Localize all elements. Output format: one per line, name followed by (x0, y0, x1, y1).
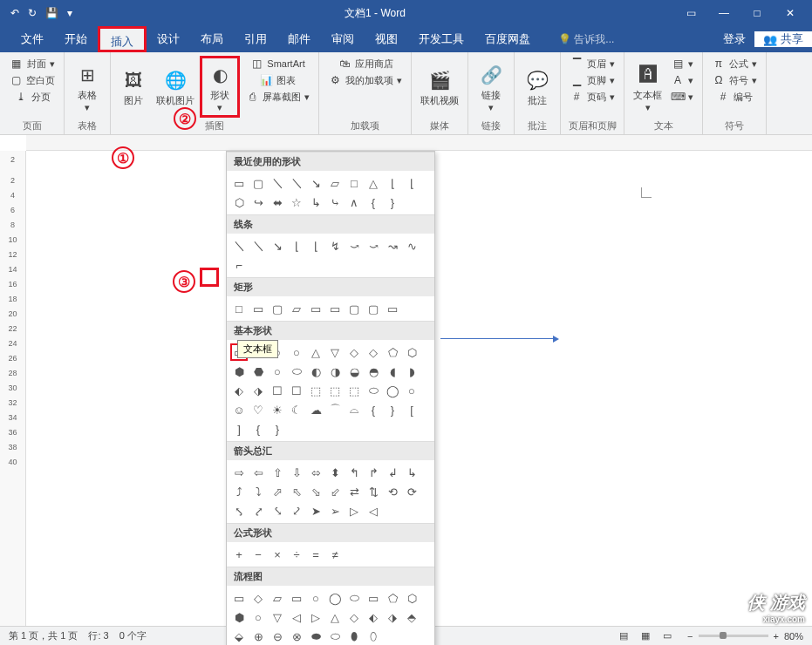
shape-item[interactable]: ⬗ (249, 382, 267, 399)
shape-item[interactable]: ▱ (326, 174, 344, 192)
shape-item[interactable]: ＼ (230, 237, 248, 255)
shape-item[interactable]: ▽ (269, 608, 286, 626)
text-misc-1[interactable]: ▤▾ (667, 56, 697, 71)
shape-item[interactable]: ▷ (307, 608, 324, 626)
shape-item[interactable]: ＼ (288, 174, 305, 192)
shape-item[interactable]: ⬃ (326, 483, 344, 500)
shape-item[interactable]: { (249, 420, 267, 438)
tab-baidu[interactable]: 百度网盘 (474, 26, 541, 52)
tab-review[interactable]: 审阅 (321, 26, 365, 52)
tab-mailings[interactable]: 邮件 (277, 26, 321, 52)
shape-item[interactable]: ◑ (326, 363, 344, 380)
shape-item[interactable]: ☁ (307, 401, 324, 418)
shape-item[interactable]: ＼ (249, 237, 267, 255)
shape-item[interactable]: ≠ (326, 546, 344, 563)
tab-layout[interactable]: 布局 (190, 26, 234, 52)
shape-item[interactable]: ○ (269, 363, 286, 380)
smartart-button[interactable]: ◫SmartArt (242, 56, 313, 71)
shape-item[interactable]: ▢ (269, 300, 286, 317)
status-line[interactable]: 行: 3 (88, 629, 108, 642)
symbol-button[interactable]: Ω符号▾ (708, 72, 761, 88)
shape-item[interactable]: ◒ (345, 363, 363, 380)
shape-item[interactable]: ⬡ (230, 194, 248, 211)
shape-item[interactable]: ⬘ (403, 608, 420, 626)
shape-item[interactable]: ⬂ (307, 483, 324, 500)
shape-item[interactable]: ⌒ (326, 401, 344, 418)
shape-item[interactable]: ⬀ (269, 483, 286, 500)
login-button[interactable]: 登录 (714, 31, 754, 47)
shape-item[interactable]: ⌊ (307, 237, 324, 255)
shape-item[interactable]: ⤴ (230, 483, 248, 500)
shape-item[interactable]: ◇ (345, 608, 363, 626)
shape-item[interactable]: ⬮ (345, 628, 363, 645)
shape-item[interactable]: ⬚ (307, 382, 324, 399)
shape-item[interactable]: ⬭ (365, 382, 382, 399)
shapes-button[interactable]: ◐形状▾ (200, 56, 240, 118)
shape-item[interactable]: ⊕ (249, 628, 267, 645)
shape-item[interactable]: ▭ (288, 589, 305, 607)
share-button[interactable]: 👥共享 (754, 31, 812, 47)
shape-item[interactable]: ⊖ (269, 628, 286, 645)
my-addins-button[interactable]: ⚙我的加载项▾ (324, 72, 406, 88)
shape-item[interactable]: ○ (249, 608, 267, 626)
shape-item[interactable]: ⌊ (403, 174, 420, 192)
shape-item[interactable]: ⬠ (384, 589, 401, 607)
shape-item[interactable]: ⬠ (384, 343, 401, 361)
shape-item[interactable]: ⟳ (403, 483, 420, 500)
shape-item[interactable]: ☐ (269, 382, 286, 399)
status-page[interactable]: 第 1 页，共 1 页 (9, 629, 78, 642)
view-print-icon[interactable]: ▦ (636, 630, 655, 641)
ribbon-options-button[interactable]: ▭ (678, 7, 704, 19)
shape-item[interactable]: ◯ (326, 589, 344, 607)
shape-item[interactable]: ⌓ (345, 401, 363, 418)
shape-item[interactable]: ◁ (288, 608, 305, 626)
zoom-value[interactable]: 80% (784, 631, 803, 642)
shape-item[interactable]: ▽ (326, 343, 344, 361)
shape-item[interactable]: ☺ (230, 401, 248, 418)
shape-item[interactable]: ⬙ (230, 628, 248, 645)
shape-item[interactable]: ▭ (230, 589, 248, 607)
maximize-button[interactable]: □ (744, 7, 770, 19)
cover-page-button[interactable]: ▦封面▾ (5, 56, 58, 71)
chart-button[interactable]: 📊图表 (242, 72, 313, 88)
picture-button[interactable]: 🖼图片 (116, 56, 151, 118)
shape-item[interactable]: ⬬ (307, 628, 324, 645)
shape-item[interactable]: ☆ (288, 194, 305, 211)
shape-item[interactable]: ▭ (384, 300, 401, 317)
online-video-button[interactable]: 🎬联机视频 (417, 56, 462, 118)
shape-item[interactable]: ⤻ (365, 237, 382, 255)
shape-item[interactable]: ⬖ (230, 382, 248, 399)
shape-item[interactable]: ↲ (384, 464, 401, 481)
shape-item[interactable]: ◖ (384, 363, 401, 380)
shape-item[interactable]: ☾ (288, 401, 305, 418)
document-page[interactable]: 最近使用的形状 ▭▢＼＼↘▱□△⌊⌊⬡↪⬌☆↳⤷∧{} 线条 ＼＼↘⌊⌊↯⤻⤻↝… (26, 151, 812, 635)
shape-item[interactable]: ⬢ (230, 608, 248, 626)
shape-item[interactable]: [ (403, 401, 420, 418)
tab-references[interactable]: 引用 (234, 26, 277, 52)
shape-item[interactable]: ∿ (403, 237, 420, 255)
shape-item[interactable]: ⬌ (269, 194, 286, 211)
footer-button[interactable]: ▁页脚▾ (566, 72, 618, 88)
shape-item[interactable]: ▷ (345, 502, 363, 519)
shape-item[interactable]: ▭ (249, 300, 267, 317)
shape-item[interactable]: ↳ (307, 194, 324, 211)
shape-item[interactable]: × (269, 546, 286, 563)
shape-item[interactable]: ◐ (307, 363, 324, 380)
shape-item[interactable]: + (230, 546, 248, 563)
tab-design[interactable]: 设计 (147, 26, 190, 52)
shape-item[interactable]: ⬡ (403, 589, 420, 607)
tab-developer[interactable]: 开发工具 (408, 26, 474, 52)
shape-item[interactable]: ⬗ (384, 608, 401, 626)
view-web-icon[interactable]: ▭ (658, 630, 677, 641)
shape-item[interactable]: ↝ (384, 237, 401, 255)
zoom-control[interactable]: − + 80% (687, 631, 803, 642)
page-number-button[interactable]: #页码▾ (566, 89, 618, 105)
shape-item[interactable]: △ (365, 174, 382, 192)
shape-item[interactable]: ⤷ (326, 194, 344, 211)
shape-item[interactable]: ▭ (307, 300, 324, 317)
shape-item[interactable]: ◇ (365, 343, 382, 361)
shape-item[interactable]: □ (345, 174, 363, 192)
shape-item[interactable]: ◯ (384, 382, 401, 399)
shape-item[interactable]: ▢ (345, 300, 363, 317)
shape-item[interactable]: ⇨ (230, 464, 248, 481)
